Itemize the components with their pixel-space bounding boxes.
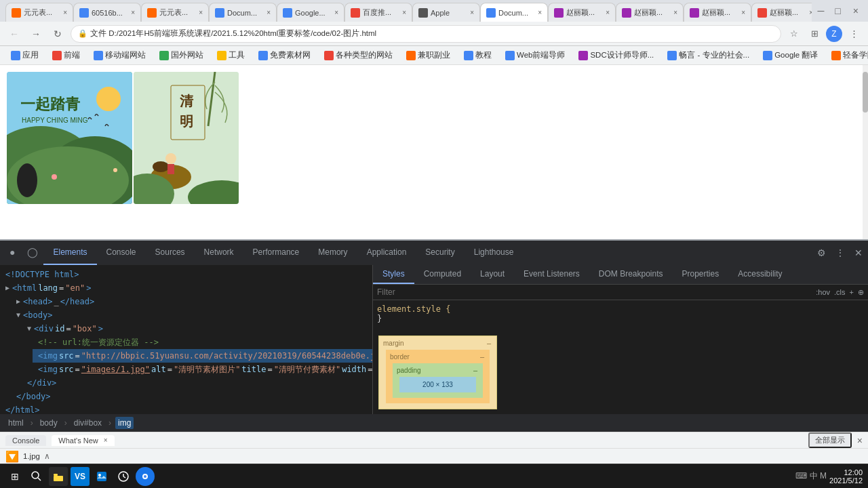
tab-11[interactable]: 赵丽颖... × <box>684 3 751 22</box>
bookmark-tutorial[interactable]: 教程 <box>458 48 497 63</box>
filter-input[interactable] <box>377 287 816 297</box>
tab-close-4[interactable]: × <box>267 9 271 16</box>
breadcrumb-img[interactable]: img <box>115 417 134 429</box>
profile-icon[interactable]: Z <box>826 26 842 42</box>
devtools-tab-performance[interactable]: Performance <box>243 241 309 265</box>
back-button[interactable]: ← <box>5 25 23 43</box>
bookmark-sdc[interactable]: SDC设计师导师... <box>573 48 659 63</box>
styles-tab-properties[interactable]: Properties <box>673 265 729 284</box>
devtools-tab-memory[interactable]: Memory <box>309 241 357 265</box>
tab-7[interactable]: Apple × <box>412 3 480 22</box>
reload-button[interactable]: ↻ <box>49 25 66 43</box>
devtools-tab-application[interactable]: Application <box>357 241 416 265</box>
html-line-img2[interactable]: <img src="images/1.jpg" alt="清明节素材图片" ti… <box>33 363 372 376</box>
tab-10[interactable]: 赵丽颖... × <box>616 3 684 22</box>
bookmark-foreign[interactable]: 国外网站 <box>154 48 209 63</box>
html-line-body-open[interactable]: ▼ <body> <box>11 308 372 322</box>
tab-3[interactable]: 元元表... × <box>141 3 209 22</box>
taskbar-photos[interactable] <box>92 467 111 486</box>
tab-2[interactable]: 60516b... × <box>73 3 141 22</box>
tab-close-5[interactable]: × <box>334 9 338 16</box>
tab-close-9[interactable]: × <box>606 9 610 16</box>
styles-tab-dom-breakpoints[interactable]: DOM Breakpoints <box>589 265 673 284</box>
taskbar-vscode[interactable]: VS <box>71 467 90 486</box>
devtools-tab-console[interactable]: Console <box>97 241 146 265</box>
more-options-icon[interactable]: ⋮ <box>833 245 848 261</box>
hov-button[interactable]: :hov <box>816 288 830 297</box>
styles-tab-styles[interactable]: Styles <box>373 265 414 284</box>
bookmark-side[interactable]: 兼职副业 <box>401 48 456 63</box>
taskbar-chrome[interactable] <box>136 467 155 486</box>
devtools-tab-security[interactable]: Security <box>416 241 464 265</box>
tab-4[interactable]: Docum... × <box>209 3 277 22</box>
bookmark-apps[interactable]: 应用 <box>5 48 44 63</box>
html-line-html[interactable]: ▶ <html lang="en" > <box>0 281 372 295</box>
styles-tab-accessibility[interactable]: Accessibility <box>728 265 791 284</box>
close-button[interactable]: × <box>849 5 863 16</box>
tab-5[interactable]: Google... × <box>277 3 344 22</box>
devtools-tab-elements[interactable]: Elements <box>43 241 96 265</box>
tab-close-8[interactable]: × <box>538 9 542 16</box>
tab-close-11[interactable]: × <box>741 9 745 16</box>
settings-icon[interactable]: ⚙ <box>814 245 829 261</box>
scrollbar-thumb[interactable] <box>863 72 868 113</box>
html-line-head[interactable]: ▶ <head>_</head> <box>11 295 372 308</box>
whats-new-close[interactable]: × <box>104 436 108 444</box>
extensions-icon[interactable]: ⊞ <box>806 25 823 43</box>
bookmark-qingbei[interactable]: 轻备学院后台管理... <box>826 48 868 63</box>
tab-close-2[interactable]: × <box>131 9 135 16</box>
tab-close-6[interactable]: × <box>402 9 406 16</box>
tab-12[interactable]: 赵丽颖... × <box>751 3 812 22</box>
breadcrumb-body[interactable]: body <box>37 417 60 429</box>
console-tab[interactable]: Console <box>5 435 46 446</box>
menu-button[interactable]: ⋮ <box>845 25 863 43</box>
close-devtools-icon[interactable]: ✕ <box>852 245 865 261</box>
devtools-tab-lighthouse[interactable]: Lighthouse <box>465 241 524 265</box>
page-scrollbar[interactable] <box>863 65 868 239</box>
breadcrumb-div[interactable]: div#box <box>71 417 104 429</box>
whats-new-tab[interactable]: What's New × <box>52 435 114 446</box>
tab-close-3[interactable]: × <box>199 9 203 16</box>
bookmark-various[interactable]: 各种类型的网站 <box>319 48 398 63</box>
start-button[interactable]: ⊞ <box>5 467 24 486</box>
expand-div[interactable]: ▼ <box>27 323 31 335</box>
bookmark-changyan[interactable]: 畅言 - 专业的社会... <box>662 48 755 63</box>
address-bar[interactable]: 🔒 文件 D:/2021年H5前端班系统课程/2021.5.12%20html重… <box>71 25 781 43</box>
bookmark-frontend[interactable]: 前端 <box>47 48 85 63</box>
styles-tab-layout[interactable]: Layout <box>471 265 514 284</box>
maximize-button[interactable]: □ <box>832 5 843 16</box>
bookmark-free[interactable]: 免费素材网 <box>253 48 316 63</box>
minimize-button[interactable]: ─ <box>814 5 827 16</box>
force-state-button[interactable]: ⊕ <box>858 288 864 297</box>
tab-6[interactable]: 百度推... × <box>344 3 412 22</box>
tab-close-7[interactable]: × <box>470 9 474 16</box>
tab-close-10[interactable]: × <box>673 9 677 16</box>
breadcrumb-html[interactable]: html <box>5 417 26 429</box>
styles-tab-event-listeners[interactable]: Event Listeners <box>514 265 589 284</box>
expand-body[interactable]: ▼ <box>16 309 20 321</box>
taskbar-clock[interactable] <box>114 467 133 486</box>
bookmark-mobile[interactable]: 移动端网站 <box>88 48 151 63</box>
close-console-bar-icon[interactable]: × <box>857 435 863 446</box>
add-rule-button[interactable]: + <box>850 288 854 297</box>
show-all-button[interactable]: 全部显示 <box>808 432 852 448</box>
styles-tab-computed[interactable]: Computed <box>414 265 471 284</box>
devtools-tab-network[interactable]: Network <box>195 241 243 265</box>
forward-button[interactable]: → <box>27 25 45 43</box>
taskbar-file-explorer[interactable] <box>49 467 68 486</box>
taskbar-search[interactable] <box>27 467 46 486</box>
html-line-div[interactable]: ▼ <div id="box" > <box>22 322 372 336</box>
tab-close-12[interactable]: × <box>809 9 812 16</box>
tab-1[interactable]: 元元表... × <box>5 3 73 22</box>
tab-close-1[interactable]: × <box>63 9 67 16</box>
download-chevron[interactable]: ∧ <box>44 451 50 461</box>
tab-9[interactable]: 赵丽颖... × <box>548 3 616 22</box>
bookmark-translate[interactable]: Google 翻译 <box>757 48 823 63</box>
tab-8[interactable]: Docum... × <box>480 3 548 22</box>
cls-button[interactable]: .cls <box>834 288 846 297</box>
devtools-tab-inspect[interactable]: ● <box>3 241 22 265</box>
expand-head[interactable]: ▶ <box>16 296 20 308</box>
devtools-tab-sources[interactable]: Sources <box>146 241 195 265</box>
bookmark-web[interactable]: Web前端导师 <box>500 48 570 63</box>
expand-html[interactable]: ▶ <box>5 282 9 294</box>
